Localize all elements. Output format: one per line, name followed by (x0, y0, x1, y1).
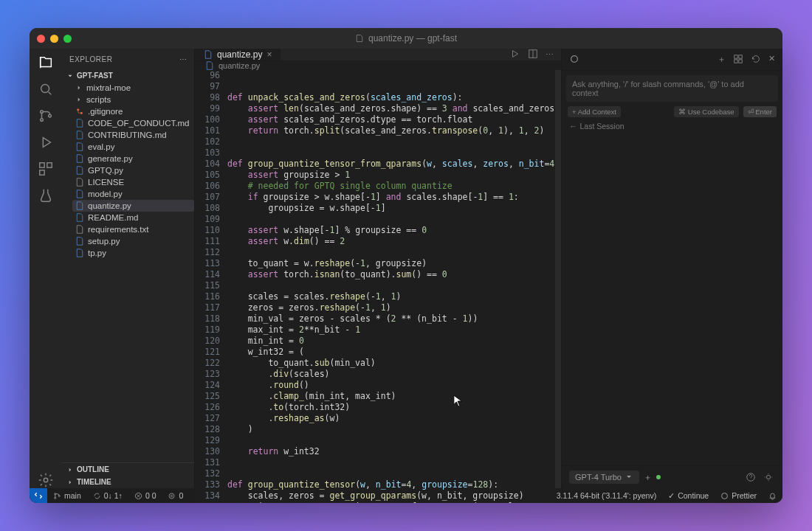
file-item[interactable]: setup.py (72, 235, 194, 247)
file-item[interactable]: eval.py (72, 141, 194, 153)
search-icon[interactable] (38, 81, 54, 97)
explorer-icon[interactable] (38, 55, 54, 71)
svg-rect-5 (47, 163, 52, 167)
explorer-more-icon[interactable]: ⋯ (179, 55, 187, 63)
svg-point-22 (170, 493, 175, 499)
model-select[interactable]: GPT-4 Turbo (569, 471, 639, 484)
svg-point-0 (41, 85, 49, 93)
bell-icon[interactable] (763, 491, 782, 500)
add-model-icon[interactable]: ＋ (644, 472, 652, 483)
activity-bar (30, 49, 62, 488)
chat-input[interactable]: Ask anything, '/' for slash commands, '@… (566, 75, 778, 102)
svg-point-8 (77, 108, 79, 111)
run-icon[interactable] (510, 49, 520, 60)
svg-point-1 (41, 111, 44, 114)
svg-rect-15 (739, 59, 742, 62)
outline-section[interactable]: OUTLINE (62, 463, 194, 476)
editor-group: quantize.py × ⋯ quantize.py 969798991001… (195, 49, 561, 488)
file-item[interactable]: CONTRIBUTING.md (72, 129, 194, 141)
titlebar: quantize.py — gpt-fast (30, 28, 782, 49)
file-item[interactable]: model.py (72, 188, 194, 200)
window-title: quantize.py — gpt-fast (30, 33, 782, 44)
split-editor-icon[interactable] (528, 49, 538, 60)
svg-point-7 (44, 478, 48, 482)
tab-bar: quantize.py × ⋯ (195, 49, 561, 61)
file-item[interactable]: CODE_OF_CONDUCT.md (72, 117, 194, 129)
project-root[interactable]: GPT-FAST (62, 69, 194, 82)
chat-panel: ＋ ✕ Ask anything, '/' for slash commands… (561, 49, 782, 488)
breadcrumb[interactable]: quantize.py (195, 61, 561, 70)
explorer-title: EXPLORER (69, 55, 112, 63)
file-item[interactable]: GPTQ.py (72, 164, 194, 176)
svg-rect-6 (40, 170, 44, 175)
svg-point-23 (171, 495, 173, 496)
file-item[interactable]: requirements.txt (72, 223, 194, 235)
extensions-icon[interactable] (38, 161, 54, 177)
sidebar: EXPLORER ⋯ GPT-FAST mixtral-moescripts.g… (62, 49, 195, 488)
tab-quantize[interactable]: quantize.py × (195, 49, 281, 60)
chat-tab-icon[interactable] (569, 54, 579, 66)
send-button[interactable]: ⏎ Enter (743, 106, 777, 117)
svg-rect-12 (734, 55, 737, 58)
folder-item[interactable]: mixtral-moe (72, 82, 194, 94)
file-item[interactable]: README.md (72, 212, 194, 223)
settings-gear-icon[interactable] (38, 472, 54, 488)
code-editor[interactable]: 9697989910010110210310410510610710810911… (195, 70, 555, 503)
timeline-section[interactable]: TIMELINE (62, 476, 194, 488)
remote-button[interactable] (30, 488, 47, 503)
help-icon[interactable] (746, 472, 756, 484)
folder-item[interactable]: scripts (72, 94, 194, 105)
file-item[interactable]: generate.py (72, 153, 194, 164)
problems-button[interactable]: 0 0 (128, 491, 162, 500)
status-dot-icon (656, 475, 661, 479)
svg-rect-13 (739, 55, 742, 58)
svg-point-19 (55, 497, 56, 499)
svg-point-2 (41, 119, 44, 122)
svg-point-24 (722, 493, 728, 499)
svg-point-3 (49, 114, 52, 117)
tab-more-icon[interactable]: ⋯ (546, 50, 554, 60)
file-item[interactable]: tp.py (72, 247, 194, 259)
close-panel-icon[interactable]: ✕ (768, 54, 775, 66)
continue-button[interactable]: ✓ Continue (662, 491, 715, 500)
scrollbar[interactable] (555, 70, 561, 503)
file-item[interactable]: .gitignore (72, 105, 194, 117)
use-codebase-button[interactable]: ⌘ Use Codebase (674, 106, 739, 117)
sync-button[interactable]: 0↓ 1↑ (87, 491, 128, 500)
prettier-button[interactable]: Prettier (715, 491, 763, 500)
source-control-icon[interactable] (38, 108, 54, 124)
branch-button[interactable]: main (47, 491, 87, 500)
svg-point-17 (766, 475, 770, 479)
new-chat-icon[interactable]: ＋ (718, 54, 726, 66)
interpreter-button[interactable]: 3.11.4 64-bit ('3.11.4': pyenv) (551, 491, 662, 500)
file-item[interactable]: quantize.py (72, 200, 194, 212)
ports-button[interactable]: 0 (162, 491, 189, 500)
svg-point-11 (571, 55, 578, 62)
notify-icon[interactable] (763, 472, 774, 484)
chat-history-icon[interactable] (751, 54, 761, 66)
add-context-button[interactable]: + Add Context (568, 106, 621, 117)
file-item[interactable]: LICENSE (72, 176, 194, 188)
svg-point-18 (55, 493, 56, 494)
svg-point-9 (80, 112, 83, 114)
chat-grid-icon[interactable] (733, 54, 743, 66)
last-session-button[interactable]: ←Last Session (562, 117, 782, 135)
debug-icon[interactable] (38, 134, 54, 150)
svg-rect-14 (734, 59, 737, 62)
svg-rect-4 (40, 163, 44, 167)
testing-icon[interactable] (38, 187, 54, 204)
app-window: quantize.py — gpt-fast EXPLORER ⋯ GPT-FA… (30, 28, 782, 503)
close-tab-icon[interactable]: × (266, 49, 272, 60)
